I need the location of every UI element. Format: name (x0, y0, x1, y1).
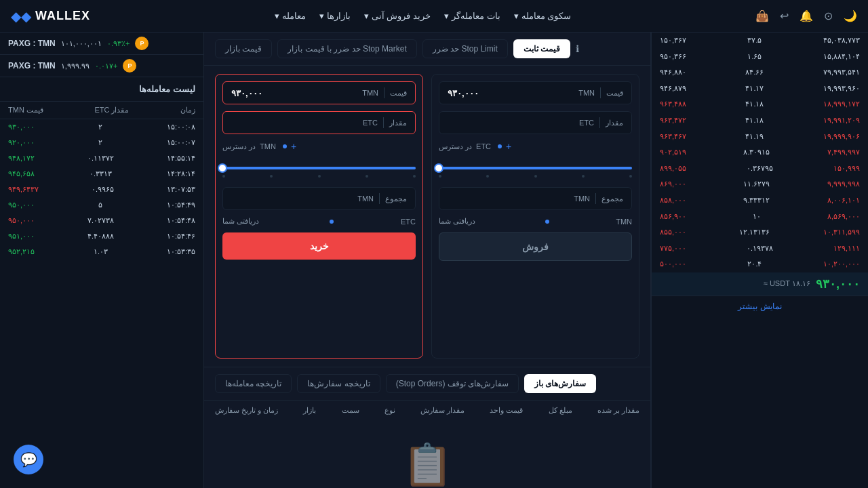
empty-state: 📋 (204, 420, 650, 488)
ticker2-name: PAXG : TMN (8, 61, 56, 70)
nav-bot-moameleghar[interactable]: بات معامله‌گر ▾ (444, 11, 500, 21)
trade-row: ۱۰:۵۴:۴۶ ۴.۴۰۸۸۸ ۹۵۱,۰۰۰ (0, 228, 203, 244)
sell-slider[interactable] (439, 159, 632, 180)
buy-price-input-group[interactable]: قیمت TMN ۹۳۰,۰۰۰ (222, 81, 416, 104)
order-book-row[interactable]: ۱۰,۳۱۱,۵۹۹ ۱۲.۱۳۱۳۶ ۸۵۵,۰۰۰ (652, 224, 868, 241)
buy-total-row: مجموع TMN (222, 187, 416, 210)
order-book-rows: ۴۵,۰۳۸,۷۷۳ ۳۷.۵ ۱۵۰,۳۶۷ ۱۵,۸۸۴,۱۰۴ ۱.۶۵ … (652, 33, 868, 272)
bell-icon[interactable]: 🔔 (800, 9, 813, 22)
ob-price: ۸۹۹,۰۵۵ (660, 163, 686, 175)
trade-time: ۱۳:۰۷:۵۳ (167, 185, 195, 194)
sell-receive-row: TMN دریافتی شما (439, 217, 632, 226)
order-book-row[interactable]: ۷۹,۹۹۳,۵۴۱ ۸۴.۶۶ ۹۴۶,۸۸۰ (652, 64, 868, 81)
buy-amount-input-group[interactable]: مقدار ETC (222, 111, 416, 134)
sell-in-dostras-plus[interactable]: + (506, 141, 511, 152)
wallet-icon[interactable]: 👜 (755, 9, 769, 22)
ob-price: ۵۰۰,۰۰۰ (660, 258, 686, 270)
trade-row: ۱۰:۵۴:۴۸ ۷.۰۲۷۳۸ ۹۵۰,۰۰۰ (0, 213, 203, 228)
paxg-icon: P (135, 37, 149, 50)
trade-row: ۱۳:۰۷:۵۳ ۰.۹۹۶۵ ۹۴۹,۶۴۳۷ (0, 182, 203, 197)
current-price: ۹۳۰,۰۰۰ (816, 277, 860, 291)
sell-in-dostras-label: در دسترس (439, 142, 472, 151)
trade-amount: ۴.۴۰۸۸۸ (87, 232, 114, 241)
sell-slider-fill (439, 167, 632, 169)
nav-bazarha[interactable]: بازارها ▾ (319, 11, 351, 21)
col-type: نوع (384, 406, 395, 415)
buy-slider-track[interactable] (222, 167, 416, 169)
ob-price: ۹۰۲,۵۱۹ (660, 146, 686, 159)
sell-button[interactable]: فروش (439, 232, 632, 261)
ob-amount: ۱۲.۱۳۱۳۶ (739, 226, 770, 239)
trade-amount: ۱.۰۳ (94, 247, 108, 256)
sell-price-input-group[interactable]: قیمت TMN ۹۳۰,۰۰۰ (439, 81, 632, 104)
ob-total: ۱۸,۹۹۹,۱۷۲ (823, 98, 860, 110)
nav-icons: 🌙 ⊙ 🔔 ↩ 👜 (755, 9, 857, 22)
order-book-row[interactable]: ۱۹,۹۹۹,۹۰۶ ۴۱.۱۹ ۹۶۳,۴۶۷ (652, 129, 868, 145)
ob-price: ۹۶۳,۴۸۸ (660, 98, 686, 110)
nav-moamele[interactable]: معامله ▾ (275, 11, 306, 21)
col-datetime: زمان و تاریخ سفارش (215, 406, 278, 415)
ob-amount: ۴۱.۱۹ (745, 131, 764, 143)
ob-amount: ۱۰ (753, 211, 761, 223)
tab-order-history[interactable]: تاریخچه سفارش‌ها (297, 374, 380, 393)
tab-trade-history[interactable]: تاریخچه معامله‌ها (215, 374, 292, 393)
order-book-row[interactable]: ۱۹,۹۹۱,۲۰۹ ۴۱.۱۸ ۹۶۳,۴۷۲ (652, 113, 868, 129)
buy-slider-thumb[interactable] (218, 163, 227, 173)
show-more-button[interactable]: نمایش بیشتر (652, 296, 868, 317)
chat-button[interactable]: 💬 (14, 445, 43, 474)
ob-price: ۹۴۶,۸۸۰ (660, 66, 686, 79)
buy-slider[interactable] (222, 159, 416, 180)
ticker-row-2: P +۰.۰۱۷ ۱,۹۹۹.۹۹ PAXG : TMN (0, 55, 203, 77)
ob-total: ۱۹,۹۹۹,۹۰۶ (823, 131, 860, 143)
info-icon[interactable]: ℹ (576, 43, 579, 54)
ob-amount: ۸۴.۶۶ (745, 66, 764, 79)
order-book-row[interactable]: ۸,۰۰۶,۱۰۱ ۹.۳۳۳۱۲ ۸۵۸,۰۰۰ (652, 192, 868, 209)
trade-row: ۱۰:۵۳:۳۵ ۱.۰۳ ۹۵۲,۲۱۵ (0, 244, 203, 260)
order-book-row[interactable]: ۱۰,۲۰۰,۰۰۰ ۲۰.۴ ۵۰۰,۰۰۰ (652, 256, 868, 272)
buy-button[interactable]: خرید (222, 232, 416, 260)
moon-icon[interactable]: 🌙 (844, 9, 857, 22)
trades-col-headers: زمان مقدار ETC قیمت TMN (0, 102, 203, 119)
tab-stop-market[interactable]: Stop Market حد ضرر با قیمت بازار (277, 39, 416, 58)
trade-time: ۱۰:۵۴:۴۹ (167, 201, 195, 209)
back-icon[interactable]: ↩ (780, 9, 789, 22)
order-book-row[interactable]: ۱۹,۹۹۳,۹۶۰ ۴۱.۱۷ ۹۴۶,۸۷۹ (652, 81, 868, 97)
buy-in-dostras-plus[interactable]: + (291, 141, 296, 152)
order-book-row[interactable]: ۱۸,۹۹۹,۱۷۲ ۴۱.۱۸ ۹۶۳,۴۸۸ (652, 96, 868, 113)
trade-amount: ۲ (98, 138, 102, 147)
ob-total: ۷,۴۹۹,۹۹۷ (827, 146, 860, 159)
order-book-row[interactable]: ۷,۴۹۹,۹۹۷ ۸.۳۰۹۱۵ ۹۰۲,۵۱۹ (652, 144, 868, 161)
tab-market-price[interactable]: قیمت بازار (215, 39, 272, 58)
sell-receive-dot (545, 220, 549, 224)
ob-amount: ۴۱.۱۸ (745, 98, 764, 110)
tab-stop-limit[interactable]: Stop Limit حد ضرر (422, 39, 508, 58)
buy-receive-dot (330, 220, 334, 224)
buy-price-value[interactable]: ۹۳۰,۰۰۰ (231, 88, 362, 98)
buy-total-currency: TMN (357, 195, 374, 203)
ob-amount: ۱.۶۵ (747, 51, 762, 63)
order-book-row[interactable]: ۱۵۰,۹۹۹ ۰.۳۶۷۹۵ ۸۹۹,۰۵۵ (652, 161, 868, 177)
sell-amount-currency: ETC (579, 119, 594, 127)
sell-price-value[interactable]: ۹۳۰,۰۰۰ (448, 88, 578, 98)
order-book-row[interactable]: ۱۵,۸۸۴,۱۰۴ ۱.۶۵ ۹۵۰,۳۶۶ (652, 49, 868, 65)
nav-sokoye-moamele[interactable]: سکوی معامله ▾ (514, 11, 572, 21)
tab-open-orders[interactable]: سفارش‌های باز (524, 374, 596, 393)
order-book-row[interactable]: ۴۵,۰۳۸,۷۷۳ ۳۷.۵ ۱۵۰,۳۶۷ (652, 33, 868, 49)
nav-logo[interactable]: WALLEX ◆◆ (11, 8, 90, 24)
tab-price-fixed[interactable]: قیمت ثابت (513, 39, 570, 58)
trade-price: ۹۵۱,۰۰۰ (8, 232, 35, 241)
nav-kharid-foroosh[interactable]: خرید فروش آنی ▾ (364, 11, 431, 21)
ob-amount: ۴۱.۱۸ (745, 115, 764, 127)
order-book-row[interactable]: ۹,۹۹۹,۹۹۸ ۱۱.۶۲۷۹ ۸۶۹,۰۰۰ (652, 176, 868, 192)
tab-stop-orders[interactable]: سفارش‌های توقف (Stop Orders) (386, 374, 519, 393)
sell-amount-input-group[interactable]: مقدار ETC (439, 111, 632, 134)
portfolio-icon[interactable]: ⊙ (824, 9, 833, 22)
buy-currency-dostras: TMN (260, 142, 276, 150)
order-book-row[interactable]: ۱۲۹,۱۱۱ ۰.۱۹۳۷۸ ۷۷۵,۰۰۰ (652, 241, 868, 257)
sell-slider-thumb[interactable] (434, 163, 443, 173)
sell-slider-track[interactable] (439, 167, 632, 169)
sell-total-currency: TMN (574, 195, 590, 203)
order-book-row[interactable]: ۸,۵۶۹,۰۰۰ ۱۰ ۸۵۶,۹۰۰ (652, 209, 868, 225)
buy-slider-dots (222, 175, 416, 178)
buy-price-label: قیمت (390, 89, 407, 98)
